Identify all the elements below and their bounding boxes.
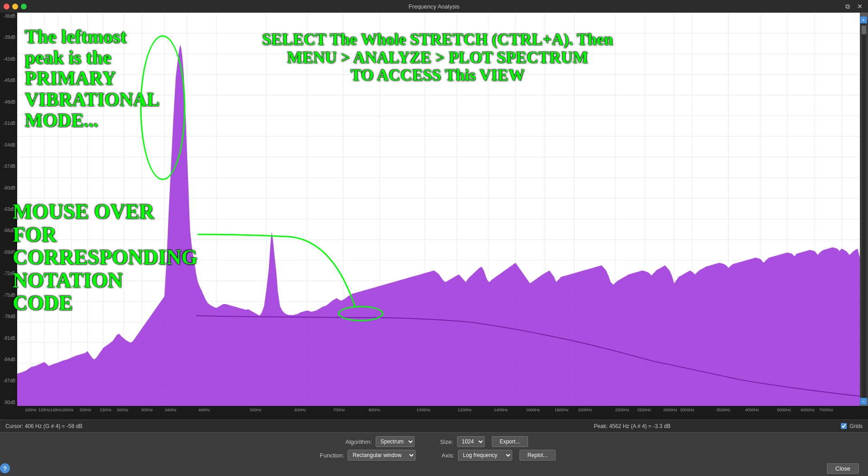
- y-label-11: -69dB: [0, 250, 17, 255]
- x-label-260: 260Hz: [117, 408, 128, 412]
- x-axis: 100Hz 120Hz 140Hz 160Hz 200Hz 230Hz 260H…: [17, 406, 860, 419]
- x-label-160: 160Hz: [62, 408, 74, 412]
- replot-button[interactable]: Replot...: [519, 450, 556, 461]
- x-label-3500: 3500Hz: [717, 408, 731, 412]
- axis-select[interactable]: Log frequency: [458, 450, 512, 461]
- right-scrollbar: ▲ ▼: [860, 13, 868, 406]
- x-label-2300: 2300Hz: [615, 408, 629, 412]
- y-label-8: -60dB: [0, 186, 17, 190]
- x-label-3000: 3000Hz: [680, 408, 694, 412]
- y-label-10: -66dB: [0, 228, 17, 233]
- zoom-out-controls: −: [860, 398, 867, 405]
- x-label-700: 700Hz: [333, 408, 345, 412]
- x-label-300: 300Hz: [141, 408, 153, 412]
- x-label-100: 100Hz: [25, 408, 37, 412]
- zoom-controls: +: [860, 16, 867, 24]
- axis-label: Axis:: [423, 452, 454, 459]
- x-label-5000: 5000Hz: [777, 408, 791, 412]
- zoom-out-button[interactable]: −: [860, 398, 867, 405]
- x-label-800: 800Hz: [368, 408, 380, 412]
- controls-area: Algorithm: Spectrum Size: 1024 Export...…: [0, 432, 868, 476]
- export-button[interactable]: Export...: [492, 436, 528, 447]
- x-label-6000: 6000Hz: [801, 408, 815, 412]
- x-label-1400: 1400Hz: [494, 408, 508, 412]
- x-label-2000: 2000Hz: [578, 408, 592, 412]
- controls-row-3: ? Close: [0, 463, 868, 473]
- close-button[interactable]: [4, 4, 9, 10]
- x-label-120: 120Hz: [38, 408, 50, 412]
- x-label-1800: 1800Hz: [555, 408, 569, 412]
- x-label-140: 140Hz: [50, 408, 62, 412]
- x-label-500: 500Hz: [250, 408, 261, 412]
- zoom-in-button[interactable]: +: [860, 16, 867, 24]
- help-button[interactable]: ?: [0, 463, 10, 473]
- y-axis: -36dB -39dB -42dB -45dB -48dB -51dB -54d…: [0, 13, 17, 406]
- chart-area: -36dB -39dB -42dB -45dB -48dB -51dB -54d…: [0, 13, 868, 419]
- y-label-12: -72dB: [0, 271, 17, 276]
- y-label-15: -81dB: [0, 336, 17, 341]
- size-section: Size: 1024: [422, 436, 485, 447]
- y-label-18: -90dB: [0, 400, 17, 405]
- function-label: Function:: [312, 452, 344, 459]
- scroll-thumb: [862, 25, 866, 34]
- y-label-13: -75dB: [0, 293, 17, 298]
- x-label-200: 200Hz: [80, 408, 91, 412]
- x-label-400: 400Hz: [198, 408, 210, 412]
- y-label-6: -54dB: [0, 143, 17, 148]
- y-label-5: -51dB: [0, 121, 17, 126]
- x-label-2500: 2500Hz: [637, 408, 651, 412]
- status-bar: Cursor: 406 Hz (G # 4) = -58 dB Peak: 45…: [0, 419, 868, 432]
- spectrum-svg: [17, 13, 860, 406]
- algorithm-select[interactable]: Spectrum: [376, 436, 415, 447]
- controls-row-1: Algorithm: Spectrum Size: 1024 Export...: [340, 436, 528, 447]
- size-select[interactable]: 1024: [457, 436, 485, 447]
- grids-control: Grids: [841, 423, 863, 429]
- x-label-7000: 7000Hz: [819, 408, 833, 412]
- main-content: -36dB -39dB -42dB -45dB -48dB -51dB -54d…: [0, 13, 868, 476]
- cursor-status: Cursor: 406 Hz (G # 4) = -58 dB: [5, 423, 423, 429]
- algorithm-label: Algorithm:: [340, 438, 372, 445]
- x-label-600: 600Hz: [294, 408, 306, 412]
- x-label-340: 340Hz: [165, 408, 176, 412]
- size-label: Size:: [422, 438, 453, 445]
- titlebar-right: ⧉ ✕: [844, 2, 864, 11]
- close-button[interactable]: Close: [827, 463, 859, 474]
- scroll-track: [862, 21, 866, 398]
- algorithm-section: Algorithm: Spectrum: [340, 436, 415, 447]
- function-select[interactable]: Rectangular window: [348, 450, 415, 461]
- x-label-1600: 1600Hz: [526, 408, 540, 412]
- window-title: Frequency Analysis: [409, 3, 460, 10]
- x-label-230: 230Hz: [100, 408, 112, 412]
- y-label-16: -84dB: [0, 357, 17, 362]
- spectrum-chart[interactable]: [17, 13, 860, 406]
- x-label-4000: 4000Hz: [745, 408, 759, 412]
- y-label-1: -39dB: [0, 35, 17, 40]
- y-label-9: -63dB: [0, 207, 17, 212]
- x-label-1000: 1000Hz: [416, 408, 430, 412]
- function-section: Function: Rectangular window: [312, 450, 415, 461]
- titlebar-controls: [4, 4, 27, 10]
- y-label-2: -42dB: [0, 57, 17, 62]
- y-label-4: -48dB: [0, 100, 17, 105]
- minimize-button[interactable]: [12, 4, 18, 10]
- y-label-0: -36dB: [0, 14, 17, 19]
- titlebar: Frequency Analysis ⧉ ✕: [0, 0, 868, 13]
- y-label-17: -87dB: [0, 378, 17, 383]
- grids-checkbox[interactable]: [841, 423, 847, 429]
- winclose-button[interactable]: ✕: [855, 2, 864, 11]
- x-label-2800: 2800Hz: [663, 408, 677, 412]
- peak-status: Peak: 4562 Hz (A # 4) = -3.3 dB: [423, 423, 841, 429]
- maximize-button[interactable]: [21, 4, 27, 10]
- x-label-1200: 1200Hz: [458, 408, 472, 412]
- y-label-3: -45dB: [0, 78, 17, 83]
- y-label-14: -78dB: [0, 314, 17, 319]
- axis-section: Axis: Log frequency: [423, 450, 512, 461]
- grids-label: Grids: [849, 423, 863, 429]
- y-label-7: -57dB: [0, 164, 17, 169]
- controls-row-2: Function: Rectangular window Axis: Log f…: [312, 450, 556, 461]
- restore-button[interactable]: ⧉: [844, 2, 852, 11]
